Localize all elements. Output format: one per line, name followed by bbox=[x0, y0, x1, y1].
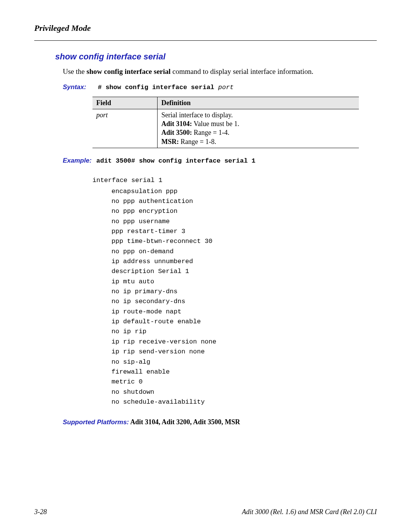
code-line: ip rip receive-version none bbox=[112, 337, 356, 347]
code-line: ppp restart-timer 3 bbox=[112, 227, 356, 236]
running-head: Privileged Mode bbox=[34, 23, 377, 34]
syntax-code: # show config interface serial port bbox=[98, 83, 234, 91]
field-definition-table: Field Definition port Serial interface t… bbox=[92, 97, 359, 148]
intro-bold: show config interface serial bbox=[86, 67, 170, 75]
page-number: 3-28 bbox=[34, 508, 47, 516]
code-line: no ip secondary-dns bbox=[112, 297, 356, 307]
td-field: port bbox=[92, 109, 158, 148]
code-line: no ip primary-dns bbox=[112, 287, 356, 297]
code-line: ppp time-btwn-reconnect 30 bbox=[112, 236, 356, 246]
platforms-value: Adit 3104, Adit 3200, Adit 3500, MSR bbox=[129, 418, 240, 426]
code-line: no ppp encryption bbox=[112, 206, 356, 216]
code-line: description Serial 1 bbox=[112, 267, 356, 276]
def-line: Adit 3104: Value must be 1. bbox=[161, 120, 355, 128]
code-line: no ppp on-demand bbox=[112, 247, 356, 257]
code-line: ip mtu auto bbox=[112, 277, 356, 287]
rule bbox=[34, 40, 377, 41]
def-line: MSR: Range = 1-8. bbox=[161, 137, 355, 146]
code-output: interface serial 1 encapsulation ppp no … bbox=[92, 176, 356, 407]
code-line: ip rip send-version none bbox=[112, 347, 356, 357]
code-line: no shutdown bbox=[112, 387, 356, 397]
def-value: Range = 1-8. bbox=[179, 138, 216, 145]
code-line: no ppp username bbox=[112, 217, 356, 227]
code-line: ip address unnumbered bbox=[112, 257, 356, 267]
page-footer: 3-28 Adit 3000 (Rel. 1.6) and MSR Card (… bbox=[34, 508, 377, 516]
content-block: show config interface serial Use the sho… bbox=[55, 51, 356, 427]
intro-post: command to display serial interface info… bbox=[170, 67, 313, 75]
syntax-cmd: # show config interface serial bbox=[98, 84, 218, 91]
def-line: Serial interface to display. bbox=[161, 111, 355, 120]
th-definition: Definition bbox=[158, 97, 359, 109]
code-line: firewall enable bbox=[112, 367, 356, 377]
platforms-label: Supported Platforms: bbox=[63, 419, 129, 426]
def-value: Value must be 1. bbox=[192, 120, 239, 128]
code-line: ip default-route enable bbox=[112, 317, 356, 327]
doc-title: Adit 3000 (Rel. 1.6) and MSR Card (Rel 2… bbox=[242, 508, 377, 516]
intro-text: Use the show config interface serial com… bbox=[63, 67, 356, 76]
code-line: no ip rip bbox=[112, 327, 356, 337]
code-line: no ppp authentication bbox=[112, 197, 356, 206]
def-label: Adit 3500: bbox=[161, 129, 192, 136]
th-field: Field bbox=[92, 97, 158, 109]
code-line: ip route-mode napt bbox=[112, 307, 356, 317]
page: Privileged Mode show config interface se… bbox=[0, 0, 411, 532]
code-line: encapsulation ppp bbox=[112, 187, 356, 197]
section-heading: show config interface serial bbox=[55, 51, 356, 62]
def-label: Adit 3104: bbox=[161, 120, 192, 128]
def-line: Adit 3500: Range = 1-4. bbox=[161, 128, 355, 137]
def-value: Range = 1-4. bbox=[192, 129, 229, 136]
code-head: interface serial 1 bbox=[92, 176, 356, 185]
code-line: no sip-alg bbox=[112, 357, 356, 367]
syntax-block: Syntax: # show config interface serial p… bbox=[63, 83, 356, 91]
supported-platforms: Supported Platforms: Adit 3104, Adit 320… bbox=[63, 418, 356, 427]
syntax-arg: port bbox=[218, 84, 234, 91]
def-label: MSR: bbox=[161, 138, 179, 145]
code-line: no schedule-availability bbox=[112, 397, 356, 407]
code-line: metric 0 bbox=[112, 377, 356, 387]
example-block: Example: adit 3500# show config interfac… bbox=[63, 157, 356, 165]
example-code: adit 3500# show config interface serial … bbox=[96, 157, 255, 165]
example-label: Example: bbox=[63, 157, 92, 165]
td-definition: Serial interface to display. Adit 3104: … bbox=[158, 109, 359, 148]
syntax-label: Syntax: bbox=[63, 83, 92, 91]
intro-pre: Use the bbox=[63, 67, 86, 75]
